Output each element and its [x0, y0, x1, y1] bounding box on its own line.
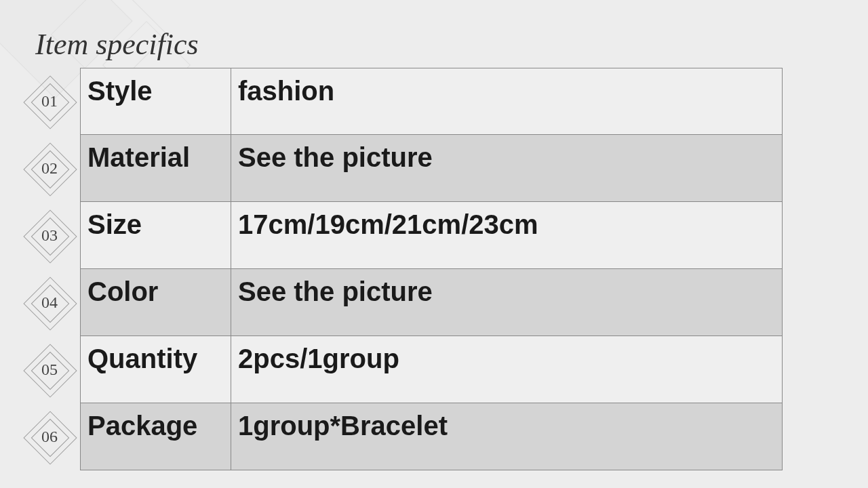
- spec-label: Material: [80, 135, 231, 202]
- row-index: 05: [31, 352, 68, 388]
- row-index: 01: [31, 83, 68, 120]
- spec-label: Color: [80, 269, 231, 336]
- spec-label: Style: [80, 68, 231, 135]
- page-title: Item specifics: [35, 27, 199, 62]
- table-row: 01 Style fashion: [19, 68, 783, 135]
- table-row: 03 Size 17cm/19cm/21cm/23cm: [19, 202, 783, 269]
- row-index-badge: 05: [19, 336, 80, 403]
- row-index-badge: 02: [19, 135, 80, 202]
- spec-value: 2pcs/1group: [231, 336, 783, 403]
- table-row: 02 Material See the picture: [19, 135, 783, 202]
- spec-label: Quantity: [80, 336, 231, 403]
- row-index-badge: 03: [19, 202, 80, 269]
- spec-value: 1group*Bracelet: [231, 403, 783, 470]
- row-index-badge: 06: [19, 403, 80, 470]
- row-index: 04: [31, 285, 68, 321]
- spec-label: Size: [80, 202, 231, 269]
- spec-value: 17cm/19cm/21cm/23cm: [231, 202, 783, 269]
- spec-value: See the picture: [231, 269, 783, 336]
- spec-value: See the picture: [231, 135, 783, 202]
- specifics-table: 01 Style fashion 02 Material See the pic…: [19, 68, 783, 470]
- table-row: 04 Color See the picture: [19, 269, 783, 336]
- row-index-badge: 04: [19, 269, 80, 336]
- table-row: 06 Package 1group*Bracelet: [19, 403, 783, 470]
- row-index: 06: [31, 419, 68, 455]
- table-row: 05 Quantity 2pcs/1group: [19, 336, 783, 403]
- row-index-badge: 01: [19, 68, 80, 135]
- spec-label: Package: [80, 403, 231, 470]
- row-index: 03: [31, 218, 68, 254]
- row-index: 02: [31, 150, 68, 187]
- spec-value: fashion: [231, 68, 783, 135]
